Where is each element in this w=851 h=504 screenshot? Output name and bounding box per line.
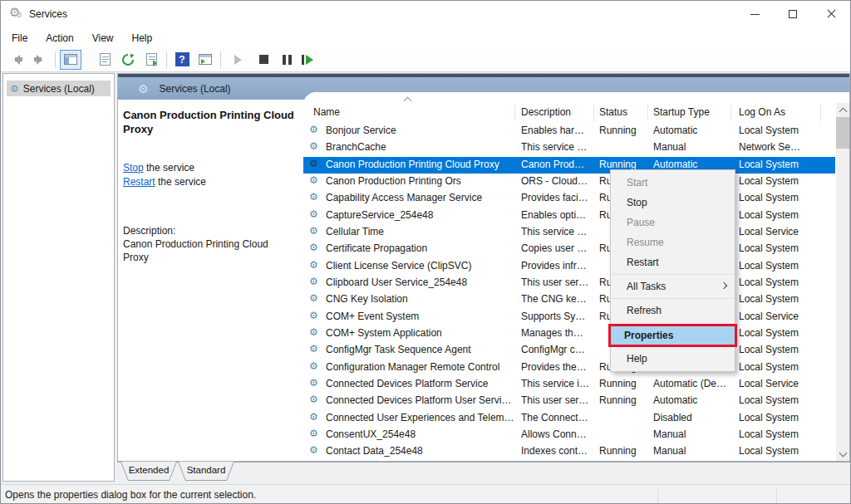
cell-startup-type: Automatic [653, 125, 736, 136]
table-row[interactable]: ⚙Contact Data_254e48Indexes cont…Running… [303, 443, 835, 460]
table-row[interactable]: ⚙Configuration Manager Remote ControlPro… [303, 360, 835, 376]
cell-description: ORS - Cloud… [521, 175, 598, 187]
close-button[interactable] [812, 1, 850, 27]
extended-description-pane: Canon Production Printing Cloud Proxy St… [119, 100, 303, 461]
menu-view[interactable]: View [83, 30, 123, 46]
stop-service-button[interactable] [253, 50, 274, 70]
tab-standard[interactable]: Standard [178, 462, 234, 481]
column-header-name[interactable]: Name [313, 106, 340, 118]
table-row[interactable]: ⚙ConsentUX_254e48Allows Conn…ManualLocal… [303, 427, 835, 443]
cell-log-on-as: Local System [739, 428, 832, 440]
table-row[interactable]: ⚙Canon Production Printing OrsORS - Clou… [303, 174, 835, 190]
cell-startup-type: Automatic [653, 394, 736, 406]
minimize-icon [750, 14, 760, 15]
cell-log-on-as: Local Service [739, 226, 832, 237]
window-title: Services [29, 8, 67, 20]
table-row[interactable]: ⚙ConfigMgr Task Sequence AgentConfigMgr … [303, 342, 835, 359]
menu-file[interactable]: File [2, 30, 37, 46]
table-row[interactable]: ⚙COM+ System ApplicationManages th…Local… [303, 325, 835, 342]
table-row[interactable]: ⚙Client License Service (ClipSVC)Provide… [303, 258, 835, 275]
console-tree-icon [64, 54, 77, 65]
table-row[interactable]: ⚙COM+ Event SystemSupports Sy…RunningLoc… [303, 309, 835, 325]
table-row[interactable]: ⚙Connected Devices Platform User Servi…T… [303, 393, 835, 409]
cell-log-on-as: Local System [739, 445, 832, 457]
table-row[interactable]: ⚙Clipboard User Service_254e48This user … [303, 275, 835, 291]
menu-item-properties[interactable]: Properties [611, 326, 735, 345]
restart-service-button[interactable] [299, 50, 321, 70]
menu-separator [612, 274, 734, 275]
cell-description: This user ser… [521, 276, 598, 288]
column-header-description[interactable]: Description [521, 106, 571, 118]
column-header-startup-type[interactable]: Startup Type [653, 106, 710, 118]
show-console-tree-button[interactable] [60, 50, 81, 70]
tree-item-services-local[interactable]: ⚙ Services (Local) [7, 81, 111, 96]
vertical-scrollbar[interactable] [836, 103, 849, 461]
pause-service-button[interactable] [276, 50, 298, 70]
scrollbar-thumb[interactable] [836, 117, 849, 149]
help-button[interactable]: ? [171, 50, 193, 70]
refresh-button[interactable] [117, 50, 139, 70]
stop-service-icon [259, 55, 268, 64]
start-service-button[interactable] [229, 50, 251, 70]
cell-log-on-as: Local System [739, 344, 832, 355]
cell-description: Provides faci… [521, 192, 598, 203]
table-row[interactable]: ⚙Capability Access Manager ServiceProvid… [303, 190, 835, 207]
properties-toolbar-button[interactable] [94, 50, 116, 70]
cell-startup-type: Manual [653, 428, 736, 440]
menu-item-restart[interactable]: Restart [611, 252, 735, 272]
cell-log-on-as: Local System [739, 260, 832, 272]
pause-service-icon [283, 55, 292, 65]
tab-extended[interactable]: Extended [121, 462, 177, 481]
console-tree-panel: ⚙ Services (Local) [2, 73, 115, 482]
cell-log-on-as: Local System [739, 394, 832, 406]
scroll-down-button[interactable] [836, 447, 849, 461]
column-divider[interactable] [514, 105, 515, 121]
restart-service-link[interactable]: Restart [123, 176, 155, 188]
table-row[interactable]: ⚙Connected User Experiences and Telem…Th… [303, 410, 835, 427]
table-row[interactable]: ⚙Cellular TimeThis service …Local Servic… [303, 224, 835, 241]
export-list-button[interactable] [140, 50, 162, 70]
tree-item-label: Services (Local) [23, 83, 95, 95]
menu-item-all-tasks[interactable]: All Tasks [611, 276, 735, 296]
table-row[interactable]: ⚙Connected Devices Platform ServiceThis … [303, 376, 835, 393]
menu-item-stop[interactable]: Stop [611, 193, 735, 213]
properties-sheet-icon [100, 53, 111, 66]
show-action-pane-button[interactable] [194, 50, 216, 70]
forward-button[interactable] [29, 50, 51, 70]
menu-item-help[interactable]: Help [611, 349, 735, 369]
column-divider[interactable] [647, 105, 648, 121]
table-row[interactable]: ⚙Canon Production Printing Cloud ProxyCa… [303, 157, 835, 174]
menu-help[interactable]: Help [123, 30, 162, 46]
column-header-status[interactable]: Status [599, 106, 627, 118]
maximize-button[interactable] [774, 1, 812, 27]
description-label: Description: [123, 224, 303, 237]
status-bar-divider [657, 487, 658, 503]
back-button[interactable] [6, 50, 27, 70]
cell-description: This user ser… [521, 394, 598, 406]
cell-description: Copies user … [521, 242, 598, 254]
column-header-log-on-as[interactable]: Log On As [739, 106, 785, 118]
cell-name: Capability Access Manager Service [326, 192, 515, 203]
restart-link-suffix: the service [155, 176, 206, 188]
column-divider[interactable] [593, 105, 594, 121]
scroll-up-button[interactable] [836, 103, 849, 117]
service-description-block: Description: Canon Production Printing C… [123, 224, 303, 264]
cell-description: Provides infr… [521, 260, 598, 272]
table-row[interactable]: ⚙BranchCacheThis service …ManualNetwork … [303, 139, 835, 156]
table-row[interactable]: ⚙CNG Key IsolationThe CNG ke…RunningLoca… [303, 291, 835, 308]
cell-description: This service … [521, 141, 598, 153]
sort-ascending-icon [405, 95, 411, 101]
title-bar: ⚙ ⚙ Services [1, 1, 850, 27]
table-row[interactable]: ⚙Certificate PropagationCopies user …Run… [303, 241, 835, 257]
column-divider[interactable] [820, 105, 821, 121]
menu-action[interactable]: Action [37, 30, 82, 46]
minimize-button[interactable] [735, 1, 774, 27]
stop-service-link[interactable]: Stop [123, 162, 144, 174]
cell-name: Canon Production Printing Cloud Proxy [326, 159, 515, 170]
column-divider[interactable] [730, 105, 731, 121]
cell-name: Canon Production Printing Ors [326, 175, 515, 187]
table-row[interactable]: ⚙Bonjour ServiceEnables har…RunningAutom… [303, 123, 835, 139]
cell-name: COM+ Event System [326, 311, 515, 322]
table-row[interactable]: ⚙CaptureService_254e48Enables opti…Runni… [303, 208, 835, 224]
menu-item-refresh[interactable]: Refresh [611, 301, 735, 321]
